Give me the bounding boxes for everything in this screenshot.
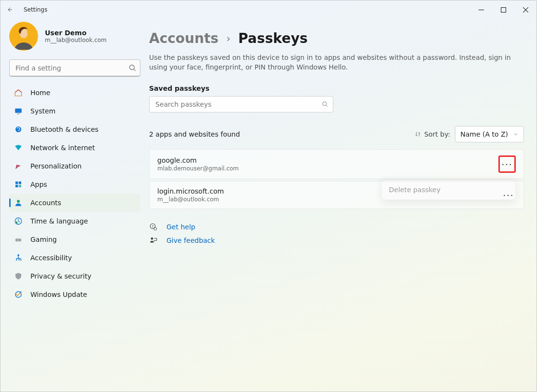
nav-icon	[14, 272, 23, 280]
sidebar-item-label: Windows Update	[30, 291, 87, 298]
sidebar-nav: HomeSystemBluetooth & devicesNetwork & i…	[9, 84, 140, 304]
sidebar-item-label: Accounts	[30, 199, 61, 207]
svg-point-18	[323, 102, 327, 106]
passkey-card: google.commlab.demouser@gmail.com···Dele…	[149, 149, 524, 179]
content: Accounts › Passkeys Use the passkeys sav…	[145, 19, 537, 392]
sidebar-item-home[interactable]: Home	[9, 84, 140, 102]
sidebar-item-label: Apps	[30, 181, 47, 188]
nav-icon	[14, 162, 23, 170]
close-icon	[523, 7, 528, 13]
nav-icon	[14, 235, 23, 244]
sort-icon	[414, 131, 421, 138]
result-count: 2 apps and websites found	[149, 130, 240, 138]
sidebar-item-label: System	[30, 107, 55, 115]
back-button[interactable]	[0, 0, 19, 19]
nav-icon	[14, 180, 23, 189]
feedback-icon	[149, 236, 158, 245]
sidebar-item-time-language[interactable]: Time & language	[9, 212, 140, 230]
chevron-down-icon	[513, 131, 519, 137]
sidebar-item-label: Gaming	[30, 236, 57, 243]
give-feedback-link[interactable]: Give feedback	[149, 236, 524, 245]
passkey-site: login.microsoft.com	[157, 187, 501, 195]
passkey-site: google.com	[157, 156, 498, 164]
sidebar-item-label: Time & language	[30, 217, 88, 225]
sidebar-item-label: Privacy & security	[30, 272, 91, 280]
nav-icon	[14, 253, 23, 262]
passkey-account: mlab.demouser@gmail.com	[157, 165, 498, 172]
sidebar-item-system[interactable]: System	[9, 102, 140, 120]
sort-select-value: Name (A to Z)	[460, 130, 508, 138]
svg-point-14	[16, 239, 17, 240]
sidebar-item-apps[interactable]: Apps	[9, 175, 140, 194]
sidebar-item-bluetooth-devices[interactable]: Bluetooth & devices	[9, 120, 140, 139]
sidebar-item-accessibility[interactable]: Accessibility	[9, 249, 140, 267]
sidebar-search-input[interactable]	[14, 64, 128, 72]
avatar	[9, 22, 38, 51]
sort-by-label: Sort by:	[414, 130, 450, 138]
svg-rect-13	[15, 238, 22, 242]
sort-select[interactable]: Name (A to Z)	[455, 126, 524, 142]
maximize-button[interactable]	[492, 2, 514, 17]
page-description: Use the passkeys saved on this device to…	[149, 48, 524, 76]
search-icon	[321, 100, 329, 108]
nav-icon	[14, 125, 23, 134]
svg-point-2	[130, 65, 135, 70]
breadcrumb-current: Passkeys	[238, 30, 308, 46]
breadcrumb: Accounts › Passkeys	[149, 19, 524, 48]
nav-icon	[14, 217, 23, 225]
passkey-search-input[interactable]	[154, 100, 321, 109]
sidebar-item-windows-update[interactable]: Windows Update	[9, 285, 140, 304]
passkey-account: m__lab@outlook.com	[157, 196, 501, 203]
sidebar-item-accounts[interactable]: Accounts	[9, 194, 140, 212]
get-help-link[interactable]: ? Get help	[149, 223, 524, 231]
user-name: User Demo	[45, 29, 107, 37]
user-header[interactable]: User Demo m__lab@outlook.com	[9, 19, 140, 59]
sidebar-item-label: Home	[30, 89, 50, 97]
svg-point-10	[17, 200, 20, 203]
sidebar: User Demo m__lab@outlook.com HomeSystemB…	[0, 19, 145, 392]
minimize-button[interactable]	[470, 2, 492, 17]
sidebar-item-label: Bluetooth & devices	[30, 126, 98, 133]
sidebar-item-label: Personalization	[30, 162, 82, 170]
sidebar-item-label: Accessibility	[30, 254, 72, 262]
svg-rect-9	[19, 185, 21, 187]
svg-rect-4	[17, 113, 20, 114]
svg-point-16	[17, 254, 19, 256]
passkey-card: login.microsoft.comm__lab@outlook.com···	[149, 181, 524, 209]
svg-point-12	[15, 222, 18, 224]
titlebar: Settings	[0, 0, 537, 19]
nav-icon	[14, 143, 23, 152]
window-title: Settings	[24, 6, 47, 13]
sidebar-item-privacy-security[interactable]: Privacy & security	[9, 267, 140, 285]
saved-passkeys-label: Saved passkeys	[149, 84, 524, 92]
search-icon	[128, 64, 137, 72]
passkey-search[interactable]	[149, 96, 333, 112]
nav-icon	[14, 290, 23, 299]
user-email: m__lab@outlook.com	[45, 37, 107, 43]
maximize-icon	[501, 7, 506, 13]
svg-point-22	[151, 238, 153, 240]
chevron-right-icon: ›	[226, 32, 231, 44]
sidebar-search[interactable]	[9, 59, 140, 77]
sidebar-item-network-internet[interactable]: Network & internet	[9, 139, 140, 157]
nav-icon	[14, 88, 23, 97]
svg-rect-0	[501, 7, 506, 12]
more-options-button[interactable]: ···	[501, 188, 516, 202]
nav-icon	[14, 107, 23, 115]
more-options-button[interactable]: ···	[498, 155, 516, 173]
arrow-left-icon	[6, 6, 13, 13]
minimize-icon	[479, 7, 484, 13]
svg-rect-6	[15, 182, 18, 184]
breadcrumb-parent[interactable]: Accounts	[149, 30, 219, 46]
sidebar-item-personalization[interactable]: Personalization	[9, 157, 140, 175]
nav-icon	[14, 198, 23, 207]
svg-rect-8	[15, 185, 18, 187]
sidebar-item-gaming[interactable]: Gaming	[9, 230, 140, 249]
passkey-list: google.commlab.demouser@gmail.com···Dele…	[149, 149, 524, 209]
sidebar-item-label: Network & internet	[30, 144, 95, 152]
help-icon: ?	[149, 223, 158, 231]
svg-rect-3	[15, 109, 22, 113]
close-button[interactable]	[514, 2, 537, 17]
svg-text:?: ?	[152, 224, 154, 229]
svg-rect-7	[19, 182, 21, 184]
